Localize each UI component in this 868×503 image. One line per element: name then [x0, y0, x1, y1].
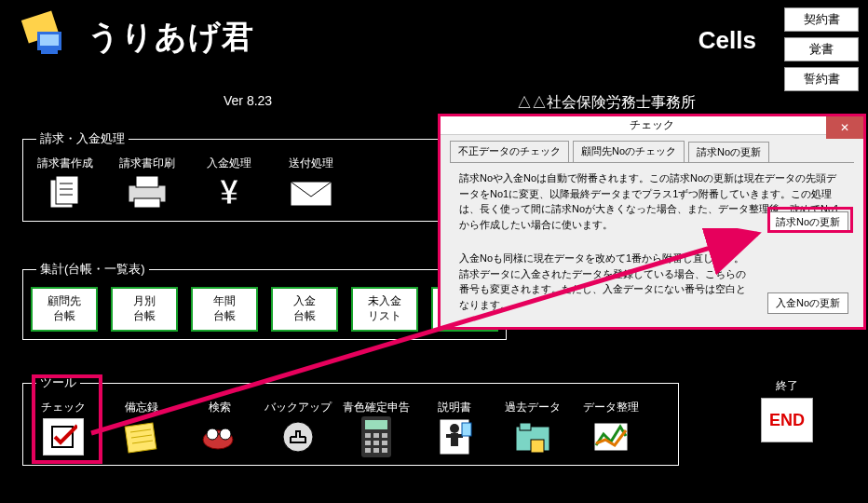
svg-rect-10	[136, 176, 158, 187]
dialog-tab-2[interactable]: 請求Noの更新	[688, 142, 769, 163]
app-title: うりあげ君	[88, 16, 254, 59]
tool-item-6[interactable]: 過去データ	[500, 401, 565, 457]
svg-rect-13	[291, 182, 332, 206]
tool-label: 備忘録	[125, 401, 158, 414]
svg-point-36	[450, 424, 459, 433]
svg-rect-11	[134, 198, 160, 208]
envelope-icon	[285, 172, 337, 213]
tool-item-5[interactable]: 説明書	[422, 401, 487, 457]
end-label: 終了	[761, 378, 813, 394]
tool-item-7[interactable]: データ整理	[578, 401, 644, 457]
side-btn-memorandum[interactable]: 覚書	[784, 37, 859, 61]
billing-item-payment[interactable]: 入金処理 ¥	[195, 156, 264, 213]
tool-item-3[interactable]: バックアップ	[265, 401, 331, 457]
tool-label: データ整理	[583, 401, 639, 414]
btn-update-payment-no[interactable]: 入金Noの更新	[767, 292, 848, 314]
svg-rect-43	[531, 440, 544, 453]
svg-point-21	[220, 428, 231, 440]
billing-label: 請求書印刷	[119, 156, 175, 170]
ledger-btn-0[interactable]: 顧問先台帳	[31, 287, 98, 332]
check-icon	[37, 416, 89, 457]
tool-label: バックアップ	[264, 401, 332, 414]
svg-rect-15	[125, 423, 156, 453]
billing-item-create[interactable]: 請求書作成	[31, 156, 100, 213]
tool-item-0[interactable]: チェック	[31, 401, 96, 457]
tool-label: 検索	[209, 401, 231, 414]
svg-rect-37	[451, 433, 458, 446]
office-name: △△社会保険労務士事務所	[517, 93, 696, 113]
group-tool-legend: ツール	[36, 374, 80, 391]
dialog-tab-1[interactable]: 顧問先Noのチェック	[573, 141, 685, 162]
backup-icon	[272, 416, 324, 457]
svg-rect-42	[520, 423, 531, 430]
calculator-icon	[350, 416, 402, 457]
group-billing: 請求・入金処理 請求書作成 請求書印刷 入金処理 ¥ 送付処理	[22, 130, 462, 222]
cleanup-icon	[585, 416, 637, 457]
archive-icon	[507, 416, 559, 457]
manual-icon	[428, 416, 481, 457]
group-billing-legend: 請求・入金処理	[36, 130, 129, 147]
dialog-tab-0[interactable]: 不正データのチェック	[450, 141, 569, 162]
billing-label: 入金処理	[207, 156, 251, 170]
ledger-btn-1[interactable]: 月別台帳	[111, 287, 178, 332]
billing-label: 請求書作成	[37, 156, 93, 170]
ledger-btn-4[interactable]: 未入金リスト	[351, 287, 418, 332]
svg-rect-40	[462, 423, 471, 436]
billing-item-send[interactable]: 送付処理	[277, 156, 346, 213]
svg-rect-2	[40, 34, 59, 46]
check-dialog: チェック ✕ 不正データのチェック 顧問先Noのチェック 請求Noの更新 請求N…	[441, 116, 863, 327]
dialog-highlight-frame: チェック ✕ 不正データのチェック 顧問先Noのチェック 請求Noの更新 請求N…	[438, 114, 866, 330]
svg-rect-3	[41, 50, 58, 54]
search-icon	[194, 416, 246, 457]
svg-rect-30	[373, 441, 379, 445]
dialog-titlebar: チェック ✕	[441, 116, 863, 135]
dialog-tabs: 不正データのチェック 顧問先Noのチェック 請求Noの更新	[441, 135, 863, 162]
group-tool: ツール チェック備忘録検索バックアップ青色確定申告説明書過去データデータ整理	[22, 374, 679, 466]
side-button-group: 契約書 覚書 誓約書	[784, 7, 859, 91]
app-logo-icon	[19, 9, 75, 65]
documents-icon	[39, 172, 91, 213]
tool-label: 説明書	[438, 401, 471, 414]
end-button[interactable]: END	[761, 398, 813, 442]
tool-item-4[interactable]: 青色確定申告	[344, 401, 409, 457]
svg-rect-34	[382, 448, 387, 453]
tool-label: チェック	[41, 401, 86, 414]
svg-point-20	[207, 428, 218, 440]
version-label: Ver 8.23	[224, 93, 272, 108]
billing-label: 送付処理	[289, 156, 333, 170]
svg-rect-33	[373, 448, 379, 453]
group-ledger: 集計(台帳・一覧表) 顧問先台帳月別台帳年間台帳入金台帳未入金リスト報告	[22, 261, 507, 340]
svg-rect-28	[382, 433, 387, 438]
tool-label: 過去データ	[505, 401, 561, 414]
side-btn-pledge[interactable]: 誓約書	[784, 67, 859, 91]
svg-rect-25	[365, 420, 387, 429]
ledger-btn-2[interactable]: 年間台帳	[191, 287, 258, 332]
svg-rect-38	[446, 434, 451, 438]
svg-rect-29	[365, 441, 371, 445]
svg-rect-27	[373, 433, 379, 438]
dialog-title-text: チェック	[630, 117, 674, 133]
close-icon[interactable]: ✕	[826, 116, 863, 139]
tool-item-1[interactable]: 備忘録	[109, 401, 174, 457]
brand-label: Cells	[698, 26, 756, 55]
billing-item-print[interactable]: 請求書印刷	[113, 156, 182, 213]
tool-item-2[interactable]: 検索	[187, 401, 252, 457]
svg-rect-5	[56, 176, 78, 204]
memo-icon	[115, 416, 168, 457]
group-ledger-legend: 集計(台帳・一覧表)	[36, 261, 149, 278]
yen-icon: ¥	[203, 172, 255, 213]
svg-text:¥: ¥	[220, 173, 238, 211]
svg-rect-32	[365, 448, 371, 453]
btn-update-invoice-no[interactable]: 請求Noの更新	[767, 211, 848, 233]
side-btn-contract[interactable]: 契約書	[784, 7, 859, 32]
tool-label: 青色確定申告	[343, 401, 410, 414]
svg-rect-26	[365, 433, 371, 438]
svg-point-23	[283, 422, 313, 452]
end-section: 終了 END	[761, 378, 813, 442]
ledger-btn-3[interactable]: 入金台帳	[271, 287, 338, 332]
svg-rect-31	[382, 441, 387, 445]
dialog-body: 請求Noや入金Noは自動で附番されます。この請求Noの更新は現在データの先頭デー…	[450, 162, 854, 319]
printer-icon	[121, 172, 173, 213]
